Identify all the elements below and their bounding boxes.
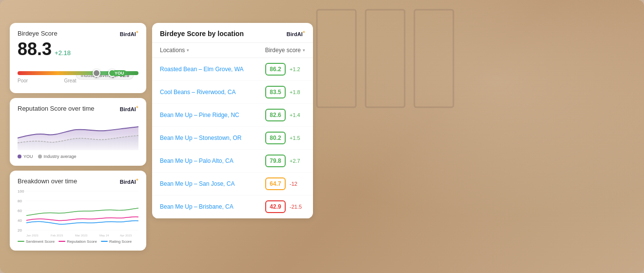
svg-text:May 24: May 24 [99,234,109,237]
score-badge: 64.7 [265,177,286,190]
svg-text:Mar 2023: Mar 2023 [75,234,88,237]
table-row: Cool Beans – Riverwood, CA 83.5 +1.8 [152,81,313,104]
svg-text:Apr 2023: Apr 2023 [120,234,132,237]
svg-text:20: 20 [18,228,22,233]
table-row: Bean Me Up – Palo Alto, CA 79.8 +2.7 [152,150,313,173]
breakdown-card: Breakdown over time BirdAI+ 100 80 60 40… [10,171,146,251]
col-locations-header[interactable]: Locations ▾ [160,47,189,54]
location-name[interactable]: Roasted Bean – Elm Grove, WA [160,66,244,73]
score-cell: 83.5 +1.8 [265,86,305,98]
location-name[interactable]: Bean Me Up – Pine Ridge, NC [160,112,239,118]
rating-line-icon [101,241,108,242]
table-row: Roasted Bean – Elm Grove, WA 86.2 +1.2 [152,58,313,81]
locations-sort-icon: ▾ [187,48,189,53]
location-name[interactable]: Bean Me Up – Brisbane, CA [160,203,234,210]
score-delta: +1.2 [290,66,305,72]
legend-industry-dot [38,155,42,158]
score-card-title: Birdeye Score [18,30,58,37]
birdai-badge-score: BirdAI+ [120,30,138,37]
birdai-badge-breakdown: BirdAI+ [120,177,138,185]
score-delta: +1.8 [290,89,305,95]
score-cell: 82.6 +1.4 [265,109,305,121]
score-badge: 82.6 [265,109,286,121]
breakdown-legend: Sentiment Score Reputation Score Rating … [18,239,138,244]
location-rows: Roasted Bean – Elm Grove, WA 86.2 +1.2 C… [152,58,313,218]
score-sort-icon: ▾ [303,48,305,53]
location-panel: Birdeye Score by location BirdAI+ Locati… [152,23,313,218]
you-label: YOU [112,70,127,76]
panel-title: Birdeye Score by location [160,30,244,38]
bar-label-poor: Poor [18,78,28,83]
sentiment-label: Sentiment Score [26,239,55,244]
score-delta: -21.5 [290,204,305,210]
legend-you: YOU [18,154,33,159]
birdeye-score-card: Birdeye Score BirdAI+ 88.3 +2.18 Industr… [10,23,146,93]
svg-text:60: 60 [18,209,22,213]
score-delta: +1.4 [290,112,305,118]
score-main-display: 88.3 +2.18 [18,39,138,59]
sentiment-line-icon [18,241,24,242]
content-area: Birdeye Score BirdAI+ 88.3 +2.18 Industr… [10,23,313,251]
reputation-label: Reputation Score [67,239,97,244]
bar-label-great: Great [64,78,76,83]
breakdown-chart: 100 80 60 40 20 [18,189,138,237]
location-name[interactable]: Cool Beans – Riverwood, CA [160,89,235,96]
score-cell: 64.7 -12 [265,177,305,190]
score-change: +2.18 [55,49,71,57]
table-row: Bean Me Up – Stonestown, OR 80.2 +1.5 [152,127,313,150]
industry-marker [93,69,100,77]
left-column: Birdeye Score BirdAI+ 88.3 +2.18 Industr… [10,23,146,251]
score-value: 88.3 [18,39,52,59]
legend-you-label: YOU [23,154,33,159]
table-header: Locations ▾ Birdeye score ▾ [152,43,313,58]
breakdown-card-title: Breakdown over time [18,177,77,185]
rep-legend: YOU Industry average [18,154,138,159]
breakdown-legend-rating: Rating Score [101,239,132,244]
score-bar-container: YOU Poor Great [18,71,138,83]
svg-text:40: 40 [18,218,22,223]
location-name[interactable]: Bean Me Up – Palo Alto, CA [160,157,234,164]
score-cell: 79.8 +2.7 [265,155,305,167]
score-delta: +2.7 [290,158,305,164]
score-badge: 86.2 [265,63,286,76]
table-row: Bean Me Up – San Jose, CA 64.7 -12 [152,173,313,195]
svg-rect-2 [414,10,453,107]
col-score-header[interactable]: Birdeye score ▾ [265,47,305,54]
breakdown-card-header: Breakdown over time BirdAI+ [18,177,138,185]
svg-text:100: 100 [18,189,24,194]
table-row: Bean Me Up – Pine Ridge, NC 82.6 +1.4 [152,104,313,127]
svg-rect-1 [366,10,405,107]
svg-text:80: 80 [18,199,22,203]
reputation-score-card: Reputation Score over time BirdAI+ [10,98,146,166]
legend-industry: Industry average [38,154,77,159]
col-score-label: Birdeye score [265,47,301,54]
legend-you-dot [18,155,21,158]
score-cell: 42.9 -21.5 [265,200,305,213]
rating-label: Rating Score [109,239,132,244]
birdai-badge-rep: BirdAI+ [120,105,138,112]
breakdown-legend-sentiment: Sentiment Score [18,239,55,244]
svg-text:Feb 2023: Feb 2023 [51,234,63,237]
breakdown-legend-reputation: Reputation Score [59,239,97,244]
score-badge: 80.2 [265,132,286,144]
score-badge: 42.9 [265,200,286,213]
reputation-line-icon [59,241,65,242]
score-card-header: Birdeye Score BirdAI+ [18,30,138,37]
col-locations-label: Locations [160,47,185,54]
location-name[interactable]: Bean Me Up – San Jose, CA [160,180,234,187]
rep-card-header: Reputation Score over time BirdAI+ [18,105,138,112]
score-badge: 79.8 [265,155,286,167]
birdai-badge-panel: BirdAI+ [287,30,305,37]
reputation-chart [18,116,138,150]
location-name[interactable]: Bean Me Up – Stonestown, OR [160,135,241,141]
score-cell: 86.2 +1.2 [265,63,305,76]
svg-text:Jan 2023: Jan 2023 [26,234,39,237]
score-bar: YOU [18,71,138,75]
panel-header: Birdeye Score by location BirdAI+ [152,23,313,43]
score-delta: -12 [290,181,305,187]
svg-rect-0 [317,10,356,107]
score-delta: +1.5 [290,135,305,141]
bar-labels: Poor Great [18,78,76,83]
table-row: Bean Me Up – Brisbane, CA 42.9 -21.5 [152,195,313,218]
rep-card-title: Reputation Score over time [18,105,95,112]
